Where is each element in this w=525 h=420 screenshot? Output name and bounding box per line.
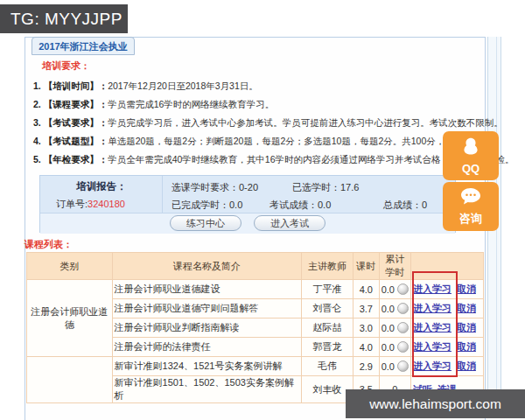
order-number: 3240180 bbox=[88, 199, 125, 209]
progress-orb-icon bbox=[397, 341, 409, 353]
practice-center-button[interactable]: 练习中心 bbox=[170, 215, 242, 231]
cancel-link[interactable]: 取消 bbox=[457, 360, 476, 371]
course-name: 注册会计师职业判断指南解读 bbox=[112, 318, 302, 338]
header-hours: 课时 bbox=[353, 253, 379, 280]
progress-orb-icon bbox=[397, 322, 409, 333]
teacher-name: 毛伟 bbox=[302, 357, 354, 376]
site-url-watermark: www.lehaimsport.com bbox=[346, 389, 525, 418]
cancel-link[interactable]: 取消 bbox=[457, 341, 476, 352]
header-accum-hours: 累计学时 bbox=[379, 253, 410, 280]
accum-hours: 0.0 bbox=[382, 284, 395, 295]
report-button-bar: 练习中心 进入考试 bbox=[40, 213, 455, 234]
side-buttons: QQ 咨询 bbox=[443, 131, 499, 233]
progress-orb-icon bbox=[397, 284, 409, 295]
header-course-name: 课程名称及简介 bbox=[112, 253, 302, 280]
enter-study-link[interactable]: 进入学习 bbox=[413, 360, 452, 371]
consult-button[interactable]: 咨询 bbox=[443, 182, 499, 231]
header-actions bbox=[410, 253, 483, 280]
header-category: 类别 bbox=[27, 253, 113, 280]
qq-penguin-icon bbox=[460, 136, 481, 160]
table-header-row: 类别 课程名称及简介 主讲教师 课时 累计学时 bbox=[27, 253, 484, 280]
stat-total-score: 总成绩：0 bbox=[383, 199, 427, 212]
report-left-cell: 培训报告： 订单号:3240180 bbox=[40, 176, 163, 213]
cancel-link[interactable]: 取消 bbox=[457, 322, 476, 332]
enter-study-link[interactable]: 进入学习 bbox=[413, 303, 452, 313]
tg-watermark: TG: MYYJJPP bbox=[0, 4, 128, 33]
course-name: 新审计准则1501、1502、1503实务案例解析 bbox=[112, 376, 302, 403]
course-name: 新审计准则1324、1521号实务案例讲解 bbox=[112, 357, 302, 376]
header-teacher: 主讲教师 bbox=[302, 253, 354, 280]
consult-button-label: 咨询 bbox=[459, 211, 482, 227]
enter-study-link[interactable]: 进入学习 bbox=[413, 322, 452, 332]
course-hours: 4.0 bbox=[353, 280, 379, 299]
category-cell-empty bbox=[27, 357, 113, 403]
tab-2017-zhejiang-cpa[interactable]: 2017年浙江注会执业 bbox=[32, 37, 135, 55]
chat-bubble-icon bbox=[459, 187, 482, 209]
course-hours: 4.0 bbox=[353, 338, 379, 357]
table-row: 注册会计师职业道德 注册会计师职业道德建设 丁平准 4.0 0.0 进入学习取消 bbox=[27, 280, 484, 299]
requirement-item: 1. 【培训时间】：2017年12月20日至2018年3月31日。 bbox=[33, 77, 514, 95]
stat-required-hours: 选课学时要求：0-20 bbox=[172, 181, 258, 194]
teacher-name: 赵际喆 bbox=[302, 318, 354, 338]
accum-hours: 0.0 bbox=[382, 361, 395, 372]
stat-exam-score: 考试成绩：0.0 bbox=[270, 199, 331, 212]
course-name: 注册会计师职业道德守则问题解答 bbox=[112, 299, 302, 318]
teacher-name: 丁平准 bbox=[302, 280, 354, 299]
enter-study-link[interactable]: 进入学习 bbox=[413, 284, 452, 294]
accum-hours: 0.0 bbox=[382, 342, 395, 353]
course-hours: 3.7 bbox=[353, 299, 379, 318]
enter-exam-button[interactable]: 进入考试 bbox=[254, 215, 326, 231]
accum-hours: 0.0 bbox=[382, 304, 395, 314]
teacher-name: 郭晋龙 bbox=[302, 338, 354, 357]
stat-completed-hours: 已完成学时：0.0 bbox=[172, 199, 242, 212]
course-name: 注册会计师职业道德建设 bbox=[112, 280, 302, 299]
enter-study-link[interactable]: 进入学习 bbox=[413, 341, 452, 352]
progress-orb-icon bbox=[397, 303, 409, 314]
requirement-item: 3. 【考试要求】：学员完成学习后，进入考试中心参加考试。学员可提前进入练习中心… bbox=[33, 114, 514, 132]
progress-orb-icon bbox=[397, 360, 409, 372]
category-cell: 注册会计师职业道德 bbox=[27, 280, 113, 357]
qq-button[interactable]: QQ bbox=[443, 131, 499, 180]
requirements-title: 培训要求： bbox=[42, 60, 90, 73]
qq-button-label: QQ bbox=[462, 162, 480, 175]
course-hours: 2.9 bbox=[353, 357, 379, 376]
table-row: 新审计准则1324、1521号实务案例讲解 毛伟 2.9 0.0 进入学习取消 bbox=[27, 357, 484, 376]
course-hours: 3.0 bbox=[353, 318, 379, 338]
order-number-row: 订单号:3240180 bbox=[56, 198, 125, 211]
course-name: 注册会计师的法律责任 bbox=[112, 338, 302, 357]
report-title: 培训报告： bbox=[40, 180, 163, 193]
requirement-item: 2. 【课程要求】：学员需完成16学时的网络继续教育学习。 bbox=[33, 95, 514, 114]
cancel-link[interactable]: 取消 bbox=[457, 284, 476, 294]
course-table: 类别 课程名称及简介 主讲教师 课时 累计学时 注册会计师职业道德 注册会计师职… bbox=[26, 252, 484, 403]
cancel-link[interactable]: 取消 bbox=[457, 303, 476, 313]
course-list-title: 课程列表： bbox=[24, 238, 73, 251]
teacher-name: 刘晋仑 bbox=[302, 299, 354, 318]
accum-hours: 0.0 bbox=[382, 323, 395, 333]
training-report-box: 培训报告： 订单号:3240180 选课学时要求：0-20 已选学时：17.6 … bbox=[39, 175, 456, 233]
stat-selected-hours: 已选学时：17.6 bbox=[292, 181, 359, 194]
page: 2017年浙江注会执业 培训要求： 1. 【培训时间】：2017年12月20日至… bbox=[0, 0, 525, 420]
